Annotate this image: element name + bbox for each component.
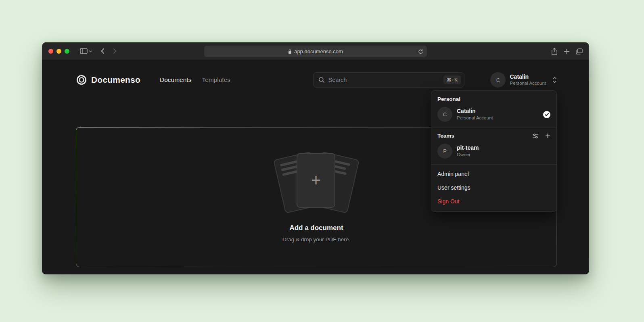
share-icon[interactable] <box>551 48 558 55</box>
dropzone-title: Add a document <box>289 224 343 232</box>
account-name: Catalin <box>510 73 546 80</box>
lock-icon <box>288 49 292 54</box>
traffic-lights <box>48 49 69 54</box>
search-box[interactable]: ⌘+K <box>313 72 464 88</box>
account-dropdown: Personal C Catalin Personal Account Team… <box>431 90 557 212</box>
browser-titlebar: app.documenso.com <box>42 42 589 60</box>
personal-subtitle: Personal Account <box>457 115 539 121</box>
personal-account-item[interactable]: C Catalin Personal Account <box>431 105 556 128</box>
team-role: Owner <box>457 152 550 158</box>
tab-overview-icon[interactable] <box>576 48 583 54</box>
selected-check-icon <box>543 111 550 118</box>
nav-documents[interactable]: Documents <box>160 76 191 84</box>
refresh-icon[interactable] <box>418 49 423 54</box>
search-icon <box>318 77 325 83</box>
team-item[interactable]: P pit-team Owner <box>431 142 556 164</box>
close-window-button[interactable] <box>48 49 53 54</box>
address-bar[interactable]: app.documenso.com <box>204 46 427 57</box>
brand[interactable]: Documenso <box>76 74 140 86</box>
documents-illustration: + <box>274 152 359 213</box>
manage-teams-icon[interactable] <box>532 133 539 139</box>
forward-icon[interactable] <box>109 46 120 56</box>
main-nav: Documents Templates <box>160 76 230 84</box>
account-subtitle: Personal Account <box>510 80 546 86</box>
account-menu-trigger[interactable]: C Catalin Personal Account <box>490 72 557 88</box>
team-name: pit-team <box>457 144 550 152</box>
menu-item-admin-panel[interactable]: Admin panel <box>431 167 556 181</box>
account-avatar: C <box>490 72 506 88</box>
sidebar-toggle-icon[interactable] <box>78 46 89 56</box>
personal-section-label: Personal <box>431 91 556 105</box>
menu-item-user-settings[interactable]: User settings <box>431 181 556 194</box>
search-input[interactable] <box>328 77 440 83</box>
back-icon[interactable] <box>97 46 108 56</box>
new-tab-icon[interactable] <box>564 48 570 54</box>
url-text: app.documenso.com <box>294 48 343 54</box>
add-document-plus-icon: + <box>311 172 321 189</box>
chevron-updown-icon <box>552 77 557 83</box>
browser-window: app.documenso.com <box>42 42 589 274</box>
documenso-logo-icon <box>76 74 87 86</box>
zoom-window-button[interactable] <box>65 49 69 54</box>
personal-name: Catalin <box>457 108 539 115</box>
brand-name: Documenso <box>91 75 140 85</box>
menu-item-sign-out[interactable]: Sign Out <box>431 194 556 208</box>
teams-section-label: Teams <box>437 133 532 139</box>
dropzone-subtitle: Drag & drop your PDF here. <box>282 236 350 243</box>
create-team-plus-icon[interactable] <box>545 133 550 138</box>
sidebar-chevron-down-icon[interactable] <box>89 50 92 52</box>
nav-templates[interactable]: Templates <box>202 76 230 84</box>
personal-avatar: C <box>437 107 452 122</box>
illustration-card-center: + <box>297 153 335 208</box>
search-shortcut-badge: ⌘+K <box>443 75 461 84</box>
team-avatar: P <box>437 144 452 159</box>
minimize-window-button[interactable] <box>56 49 61 54</box>
